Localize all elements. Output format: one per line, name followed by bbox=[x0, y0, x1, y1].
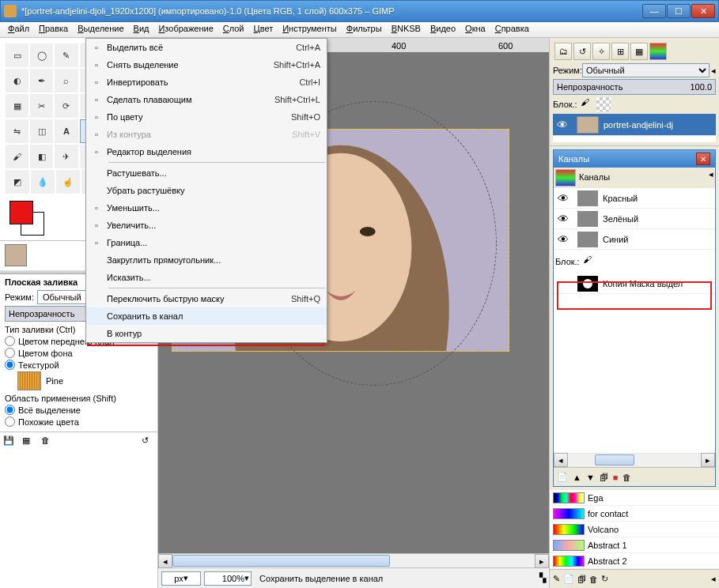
channel-blue[interactable]: 👁Синий bbox=[554, 229, 715, 250]
menu-выделение[interactable]: Выделение bbox=[73, 22, 128, 37]
layer-mode-select[interactable]: Обычный bbox=[582, 63, 710, 77]
menu-item-граница-[interactable]: ▫Граница... bbox=[86, 234, 327, 251]
rotate-tool[interactable]: ⟳ bbox=[55, 94, 78, 118]
pattern-thumb[interactable] bbox=[17, 371, 41, 390]
channel-red[interactable]: 👁Красный bbox=[554, 188, 715, 209]
perspective-clone-tool[interactable]: ◩ bbox=[6, 170, 29, 194]
chan-up-icon[interactable]: ▲ bbox=[573, 473, 581, 482]
menu-item-увеличить-[interactable]: ▫Увеличить... bbox=[86, 217, 327, 234]
channels-close-button[interactable]: ✕ bbox=[696, 153, 710, 165]
fill-pattern-radio[interactable] bbox=[5, 360, 15, 370]
align-tool[interactable]: ▦ bbox=[6, 94, 28, 118]
menu-слой[interactable]: Слой bbox=[218, 22, 249, 37]
menu-item-инвертировать[interactable]: ▫ИнвертироватьCtrl+I bbox=[86, 74, 327, 91]
tab4-icon[interactable]: ⊞ bbox=[611, 43, 629, 60]
menu-item-по-цвету[interactable]: ▫По цветуShift+O bbox=[86, 108, 327, 126]
unit-select[interactable]: px ▾ bbox=[161, 571, 201, 586]
menu-файл[interactable]: Файл bbox=[3, 22, 34, 37]
menu-инструменты[interactable]: Инструменты bbox=[278, 22, 342, 37]
layer-name[interactable]: portret-andjelini-dj bbox=[604, 120, 716, 130]
rect-select-tool[interactable]: ▭ bbox=[6, 43, 28, 67]
channel-green[interactable]: 👁Зелёный bbox=[554, 209, 715, 229]
menu-bnksb[interactable]: BNKSB bbox=[387, 22, 426, 37]
grad-refresh-icon[interactable]: ↻ bbox=[601, 574, 608, 584]
minimize-button[interactable]: — bbox=[642, 4, 666, 18]
grad-edit-icon[interactable]: ✎ bbox=[553, 574, 560, 584]
open-image-thumb[interactable] bbox=[5, 244, 27, 266]
airbrush-tool[interactable]: ✈ bbox=[55, 145, 78, 168]
blur-tool[interactable]: 💧 bbox=[31, 170, 55, 194]
domain-similar-radio[interactable] bbox=[5, 416, 15, 427]
chan-del-icon[interactable]: 🗑 bbox=[623, 473, 631, 482]
menu-item-выделить-вс-[interactable]: ▫Выделить всёCtrl+A bbox=[86, 39, 327, 56]
flip-tool[interactable]: ⇋ bbox=[6, 119, 28, 143]
scroll-thumb[interactable] bbox=[172, 555, 390, 567]
menu-item-сохранить-в-канал[interactable]: Сохранить в канал bbox=[86, 307, 327, 325]
menu-item-в-контур[interactable]: В контур bbox=[86, 325, 327, 342]
chan-scroll-right[interactable]: ▸ bbox=[701, 453, 715, 467]
gradient-row[interactable]: Ega bbox=[550, 490, 719, 506]
chan-scroll-thumb[interactable] bbox=[595, 454, 634, 466]
chan-new-icon[interactable]: 📄 bbox=[557, 472, 568, 482]
text-tool[interactable]: A bbox=[55, 119, 78, 143]
gradient-row[interactable]: Volcano bbox=[550, 522, 719, 537]
channels-tab-icon[interactable] bbox=[649, 43, 667, 60]
color-picker-tool[interactable]: ⌕ bbox=[55, 69, 78, 92]
fg-color[interactable] bbox=[9, 201, 33, 224]
foreground-select-tool[interactable]: ◐ bbox=[6, 69, 28, 92]
fill-bg-radio[interactable] bbox=[5, 348, 15, 358]
gradient-row[interactable]: Abstract 2 bbox=[550, 553, 719, 569]
fill-fg-radio[interactable] bbox=[5, 336, 15, 346]
paintbrush-tool[interactable]: 🖌 bbox=[6, 145, 28, 168]
menu-item-редактор-выделения[interactable]: ▫Редактор выделения bbox=[86, 143, 327, 160]
paths-tab-icon[interactable]: ✧ bbox=[592, 43, 610, 60]
menu-видео[interactable]: Видео bbox=[426, 22, 460, 37]
eraser-tool[interactable]: ◧ bbox=[30, 145, 53, 168]
scrollbar-h[interactable]: ◂ ▸ bbox=[158, 553, 549, 567]
crop-tool[interactable]: ✂ bbox=[30, 94, 53, 118]
menu-фильтры[interactable]: Фильтры bbox=[342, 22, 387, 37]
menubar[interactable]: ФайлПравкаВыделениеВидИзображениеСлойЦве… bbox=[0, 22, 719, 38]
gradient-row[interactable]: for contact bbox=[550, 506, 719, 522]
grad-new-icon[interactable]: 📄 bbox=[563, 574, 574, 584]
menu-цвет[interactable]: Цвет bbox=[249, 22, 278, 37]
layer-row[interactable]: 👁 portret-andjelini-dj bbox=[553, 114, 716, 136]
channels-tab-button[interactable] bbox=[555, 169, 576, 187]
reset-options-icon[interactable]: ↺ bbox=[142, 435, 154, 448]
layers-tab-icon[interactable]: 🗂 bbox=[554, 43, 572, 60]
cage-tool[interactable]: ◫ bbox=[30, 119, 53, 143]
menu-item-убрать-растуш-вку[interactable]: Убрать растушёвку bbox=[86, 182, 327, 199]
close-button[interactable]: ✕ bbox=[691, 4, 715, 18]
delete-options-icon[interactable]: 🗑 bbox=[41, 435, 54, 448]
paths-tool[interactable]: ✒ bbox=[30, 69, 53, 92]
menu-item-закруглить-прямоугольник-[interactable]: Закруглить прямоугольник... bbox=[86, 251, 327, 269]
save-options-icon[interactable]: 💾 bbox=[3, 435, 16, 448]
zoom-select[interactable]: 100% ▾ bbox=[204, 571, 252, 586]
tab5-icon[interactable]: ▦ bbox=[630, 43, 648, 60]
gradient-row[interactable]: Abstract 1 bbox=[550, 537, 719, 553]
chan-dup-icon[interactable]: 🗐 bbox=[600, 473, 608, 482]
menu-item-снять-выделение[interactable]: ▫Снять выделениеShift+Ctrl+A bbox=[86, 56, 327, 74]
channels-config-icon[interactable]: ◂ bbox=[709, 169, 713, 187]
menu-item-уменьшить-[interactable]: ▫Уменьшить... bbox=[86, 199, 327, 217]
scroll-left-button[interactable]: ◂ bbox=[158, 554, 172, 568]
channel-mask-row[interactable]: Копия Маска выдел bbox=[554, 273, 715, 294]
scroll-right-button[interactable]: ▸ bbox=[535, 554, 549, 568]
menu-item-растушевать-[interactable]: Растушевать... bbox=[86, 164, 327, 182]
domain-all-radio[interactable] bbox=[5, 405, 15, 415]
menu-окна[interactable]: Окна bbox=[460, 22, 490, 37]
menu-правка[interactable]: Правка bbox=[34, 22, 73, 37]
menu-изображение[interactable]: Изображение bbox=[153, 22, 218, 37]
chan-down-icon[interactable]: ▼ bbox=[586, 473, 595, 482]
lock-paint-icon[interactable]: 🖌 bbox=[581, 97, 595, 111]
layer-visibility-icon[interactable]: 👁 bbox=[553, 119, 572, 131]
menu-справка[interactable]: Справка bbox=[490, 22, 534, 37]
grad-dup-icon[interactable]: 🗐 bbox=[577, 575, 586, 584]
grad-del-icon[interactable]: 🗑 bbox=[589, 575, 598, 584]
menu-item-переключить-быструю-маску[interactable]: Переключить быструю маскуShift+Q bbox=[86, 290, 327, 307]
chan-tosel-icon[interactable]: ■ bbox=[613, 473, 619, 482]
config-button[interactable]: ◂ bbox=[711, 66, 716, 76]
lock-alpha-icon[interactable] bbox=[596, 97, 611, 111]
chan-scroll-left[interactable]: ◂ bbox=[554, 453, 568, 467]
grad-config-icon[interactable]: ◂ bbox=[711, 574, 716, 584]
